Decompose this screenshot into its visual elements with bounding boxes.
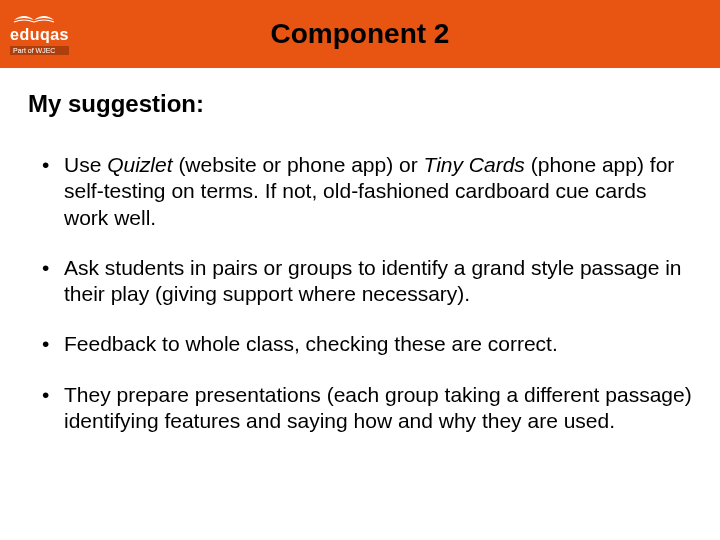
list-item: Use Quizlet (website or phone app) or Ti…	[42, 152, 692, 231]
bullet-text: They prepare presentations (each group t…	[64, 383, 692, 432]
list-item: Feedback to whole class, checking these …	[42, 331, 692, 357]
list-item: Ask students in pairs or groups to ident…	[42, 255, 692, 308]
logo-text: eduqas	[10, 26, 69, 44]
list-item: They prepare presentations (each group t…	[42, 382, 692, 435]
slide-title: Component 2	[0, 18, 720, 50]
bullet-text: Feedback to whole class, checking these …	[64, 332, 558, 355]
book-icon	[10, 6, 60, 28]
section-heading: My suggestion:	[28, 90, 692, 118]
app-name: Quizlet	[107, 153, 172, 176]
bullet-text: Use	[64, 153, 107, 176]
slide-header: eduqas Part of WJEC Component 2	[0, 0, 720, 68]
slide-body: My suggestion: Use Quizlet (website or p…	[0, 68, 720, 434]
bullet-list: Use Quizlet (website or phone app) or Ti…	[28, 152, 692, 434]
bullet-text: Ask students in pairs or groups to ident…	[64, 256, 682, 305]
logo-subtext: Part of WJEC	[10, 46, 69, 55]
app-name: Tiny Cards	[424, 153, 525, 176]
bullet-text: (website or phone app) or	[173, 153, 424, 176]
brand-logo: eduqas Part of WJEC	[10, 6, 69, 55]
